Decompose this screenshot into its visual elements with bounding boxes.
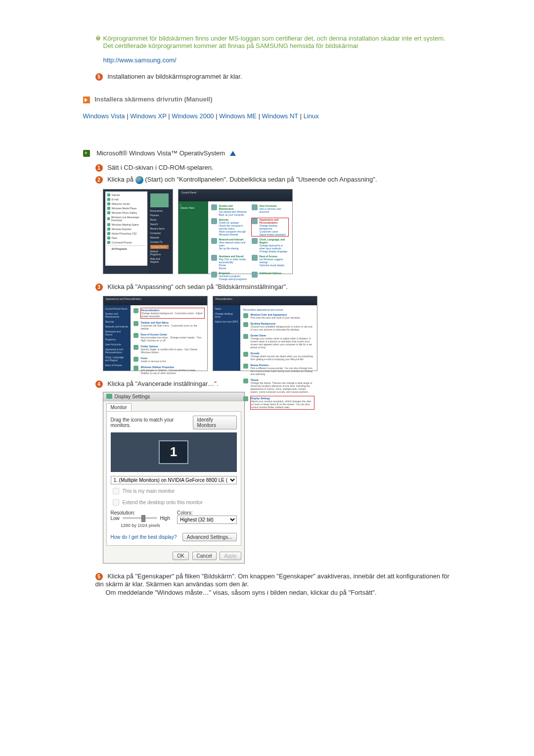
- step-3: 3 Klicka på "Anpassning" och sedan på "B…: [95, 283, 451, 291]
- step2-text-a: Klicka på: [107, 176, 135, 183]
- ok-button[interactable]: OK: [173, 552, 188, 560]
- asterisk-icon: ※: [95, 35, 103, 64]
- outer-step5-text: Installationen av bildskärmsprogrammet ä…: [107, 73, 242, 80]
- drag-text: Drag the icons to match your monitors.: [111, 417, 193, 428]
- note-line1: Körprogrammet för bildskärmen finns unde…: [103, 35, 451, 42]
- control-panel-screenshot: Control Panel •Classic View System and M…: [178, 189, 293, 274]
- link-me[interactable]: Windows ME: [219, 112, 257, 120]
- chk-extend-label: Extend the desktop onto this monitor: [123, 500, 203, 505]
- back-to-top[interactable]: [227, 149, 236, 157]
- link-xp[interactable]: Windows XP: [130, 112, 166, 120]
- link-2000[interactable]: Windows 2000: [172, 112, 214, 120]
- help-link[interactable]: How do I get the best display?: [111, 534, 177, 540]
- section-header: Installera skärmens drivrutin (Manuell): [83, 95, 451, 103]
- dialog-title: Display Settings: [115, 394, 150, 399]
- chk-main-label: This is my main monitor: [123, 488, 175, 494]
- note-line2: Det certifierade körprogrammet kommer at…: [103, 42, 451, 49]
- res-label: Resolution:: [111, 510, 171, 516]
- resolution-slider[interactable]: [123, 517, 157, 519]
- badge-2: 2: [95, 176, 103, 184]
- personalization-detail-screenshot: Personalization TasksChange desktop icon…: [213, 296, 317, 371]
- badge-5b: 5: [95, 573, 103, 580]
- screenshots-step2: InternetE-mailWelcome CenterWindows Medi…: [103, 189, 451, 274]
- badge-4: 4: [95, 380, 103, 388]
- identify-monitors-button[interactable]: Identify Monitors: [193, 416, 237, 429]
- badge-3: 3: [95, 284, 103, 291]
- monitor-icon: [106, 394, 112, 399]
- badge-5: 5: [95, 73, 103, 81]
- col-label: Colors:: [177, 510, 237, 516]
- section-arrow-icon: [83, 96, 90, 103]
- step-1: 1 Sätt i CD-skivan i CD-ROM-spelaren.: [95, 164, 451, 172]
- chk-extend: Extend the desktop onto this monitor: [111, 498, 237, 507]
- step4-text: Klicka på "Avancerade inställningar…".: [107, 380, 218, 387]
- step2-text-b: (Start) och "Kontrollpanelen". Dubbelkli…: [145, 176, 377, 183]
- triangle-up-icon: [230, 151, 236, 156]
- os-links: Windows Vista | Windows XP | Windows 200…: [83, 112, 451, 120]
- badge-1: 1: [95, 164, 103, 172]
- personalization-list-screenshot: Appearance and Personalization Control P…: [103, 296, 208, 371]
- step-2: 2 Klicka på (Start) och "Kontrollpanelen…: [95, 176, 451, 184]
- monitor-select[interactable]: 1. (Multiple Monitors) on NVIDIA GeForce…: [111, 476, 237, 484]
- display-settings-dialog: Display Settings Monitor Drag the icons …: [103, 392, 245, 564]
- monitor-1[interactable]: 1: [159, 440, 188, 464]
- step-5: 5 Klicka på "Egenskaper" på fliken "Bild…: [95, 572, 451, 596]
- vista-os-text: Microsoft® Windows Vista™ OperativSystem: [96, 149, 225, 157]
- apply-button: Apply: [220, 552, 241, 560]
- green-arrow-icon: [83, 150, 90, 157]
- step1-text: Sätt i CD-skivan i CD-ROM-spelaren.: [107, 164, 214, 171]
- res-low: Low: [111, 516, 120, 521]
- section-title: Installera skärmens drivrutin (Manuell): [94, 95, 212, 103]
- step3-text: Klicka på "Anpassning" och sedan på "Bil…: [107, 283, 288, 290]
- outer-step5: 5 Installationen av bildskärmsprogrammet…: [95, 73, 451, 81]
- cancel-button[interactable]: Cancel: [192, 552, 217, 560]
- cp-classic-view: Classic View: [180, 206, 206, 209]
- step5b-text: Om meddelande "Windows måste…" visas, så…: [106, 589, 451, 596]
- chk-main-monitor: This is my main monitor: [111, 486, 237, 496]
- start-orb-icon: [135, 176, 143, 184]
- tab-monitor[interactable]: Monitor: [106, 403, 132, 411]
- cp-title: Control Panel: [181, 191, 196, 194]
- colors-select[interactable]: Highest (32 bit): [177, 516, 237, 524]
- dialog-titlebar: Display Settings: [103, 392, 244, 401]
- step5-text: Klicka på "Egenskaper" på fliken "Bildsk…: [95, 572, 449, 588]
- link-vista[interactable]: Windows Vista: [83, 112, 125, 120]
- chk-main-monitor-input: [113, 488, 119, 494]
- chk-extend-input: [113, 499, 119, 506]
- link-linux[interactable]: Linux: [304, 112, 319, 120]
- link-nt[interactable]: Windows NT: [262, 112, 298, 120]
- res-value: 1280 by 1024 pixels: [111, 523, 171, 528]
- advanced-settings-button[interactable]: Advanced Settings...: [182, 533, 237, 541]
- start-menu-screenshot: InternetE-mailWelcome CenterWindows Medi…: [103, 189, 173, 274]
- vista-os-line: Microsoft® Windows Vista™ OperativSystem: [83, 149, 451, 157]
- page: ※ Körprogrammet för bildskärmen finns un…: [53, 0, 481, 699]
- monitor-preview: 1: [111, 432, 237, 472]
- res-high: High: [160, 516, 170, 521]
- samsung-link[interactable]: http://www.samsung.com/: [103, 56, 177, 64]
- note-block: ※ Körprogrammet för bildskärmen finns un…: [95, 35, 451, 64]
- screenshots-step3: Appearance and Personalization Control P…: [103, 296, 451, 371]
